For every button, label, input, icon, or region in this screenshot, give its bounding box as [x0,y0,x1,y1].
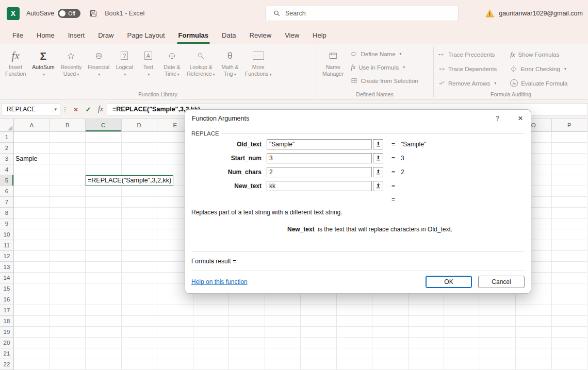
ribbon-button-recently-used[interactable]: RecentlyUsed▾ [57,46,85,78]
row-header-7[interactable]: 7 [0,197,14,208]
cell-D9[interactable] [122,218,158,229]
cell-H18[interactable] [265,316,301,327]
cell-I16[interactable] [301,294,337,305]
new-text-input[interactable] [267,181,372,191]
cell-B4[interactable] [50,164,86,175]
collapse-dialog-button[interactable] [373,139,383,149]
cell-A20[interactable] [14,338,50,348]
column-header-b[interactable]: B [50,119,86,132]
cell-C3[interactable] [86,154,122,164]
tab-review[interactable]: Review [243,27,279,44]
cell-G19[interactable] [229,327,265,338]
cell-O16[interactable] [516,294,552,305]
cell-A12[interactable] [14,251,50,262]
chevron-down-icon[interactable]: ▾ [54,107,57,112]
cell-D8[interactable] [122,208,158,218]
cell-C20[interactable] [86,338,122,348]
cell-L21[interactable] [409,348,445,359]
row-header-19[interactable]: 19 [0,327,14,338]
cell-G17[interactable] [229,305,265,316]
cell-C10[interactable] [86,229,122,240]
tab-data[interactable]: Data [215,27,242,44]
cell-B9[interactable] [50,218,86,229]
cell-O19[interactable] [516,327,552,338]
cell-P9[interactable] [552,218,588,229]
tab-insert[interactable]: Insert [61,27,92,44]
cell-D7[interactable] [122,197,158,208]
cell-C17[interactable] [86,305,122,316]
cell-P6[interactable] [552,186,588,197]
ribbon-button-show-formulas[interactable]: fxShow Formulas [510,49,567,60]
tab-help[interactable]: Help [306,27,333,44]
cell-I19[interactable] [301,327,337,338]
cell-D18[interactable] [122,316,158,327]
cell-M19[interactable] [444,327,480,338]
cell-K18[interactable] [372,316,409,327]
cell-H17[interactable] [265,305,301,316]
cell-F21[interactable] [193,348,230,359]
cell-J21[interactable] [337,348,373,359]
cell-A7[interactable] [14,197,50,208]
ribbon-button-evaluate-formula[interactable]: fxEvaluate Formula [510,78,567,89]
cell-K20[interactable] [372,338,409,348]
cell-D16[interactable] [122,294,158,305]
row-header-1[interactable]: 1 [0,132,14,143]
cell-F18[interactable] [193,316,230,327]
ribbon-button-date-time[interactable]: Date &Time▾ [160,46,184,78]
cell-E21[interactable] [157,348,193,359]
row-header-3[interactable]: 3 [0,154,14,164]
search-box[interactable]: Search [265,6,459,21]
cell-P3[interactable] [552,154,588,164]
dialog-title-bar[interactable]: Function Arguments ? × [185,110,531,127]
cell-D15[interactable] [122,283,158,294]
row-header-18[interactable]: 18 [0,316,14,327]
ok-button[interactable]: OK [426,276,472,288]
row-header-8[interactable]: 8 [0,208,14,218]
row-header-2[interactable]: 2 [0,143,14,154]
row-header-5[interactable]: 5 [0,175,14,186]
cell-B13[interactable] [50,262,86,273]
cell-I17[interactable] [301,305,337,316]
ribbon-button-logical[interactable]: ?Logical▾ [112,46,136,78]
cell-D14[interactable] [122,273,158,283]
row-header-4[interactable]: 4 [0,164,14,175]
row-header-15[interactable]: 15 [0,283,14,294]
column-header-d[interactable]: D [122,119,158,132]
ribbon-button-trace-dependents[interactable]: Trace Dependents [438,63,497,74]
cell-D11[interactable] [122,240,158,251]
ribbon-button-trace-precedents[interactable]: Trace Precedents [438,49,497,60]
cell-D4[interactable] [122,164,158,175]
cell-B15[interactable] [50,283,86,294]
ribbon-button-name-manager[interactable]: Name Manager [319,46,347,86]
cell-C13[interactable] [86,262,122,273]
ribbon-button-remove-arrows[interactable]: Remove Arrows▾ [438,78,497,89]
row-header-9[interactable]: 9 [0,218,14,229]
cell-M20[interactable] [444,338,480,348]
cell-P19[interactable] [552,327,588,338]
cell-C6[interactable] [86,186,122,197]
collapse-dialog-button[interactable] [373,167,383,177]
cell-F19[interactable] [193,327,230,338]
cell-H22[interactable] [265,359,301,370]
collapse-dialog-button[interactable] [373,153,383,163]
cell-B11[interactable] [50,240,86,251]
cell-J18[interactable] [337,316,373,327]
cell-O20[interactable] [516,338,552,348]
row-header-12[interactable]: 12 [0,251,14,262]
ribbon-button-text[interactable]: AText▾ [136,46,160,78]
ribbon-button-use-in-formula[interactable]: fxUse in Formula▾ [351,62,418,73]
ribbon-button-define-name[interactable]: Define Name▾ [351,48,418,59]
insert-function-icon[interactable]: fx [94,105,107,113]
cell-A19[interactable] [14,327,50,338]
cell-I22[interactable] [301,359,337,370]
cell-N21[interactable] [480,348,516,359]
cell-B17[interactable] [50,305,86,316]
cell-H16[interactable] [265,294,301,305]
cell-E22[interactable] [157,359,193,370]
cell-D20[interactable] [122,338,158,348]
cell-A16[interactable] [14,294,50,305]
cell-G22[interactable] [229,359,265,370]
tab-page-layout[interactable]: Page Layout [121,27,172,44]
cell-G20[interactable] [229,338,265,348]
cell-A11[interactable] [14,240,50,251]
